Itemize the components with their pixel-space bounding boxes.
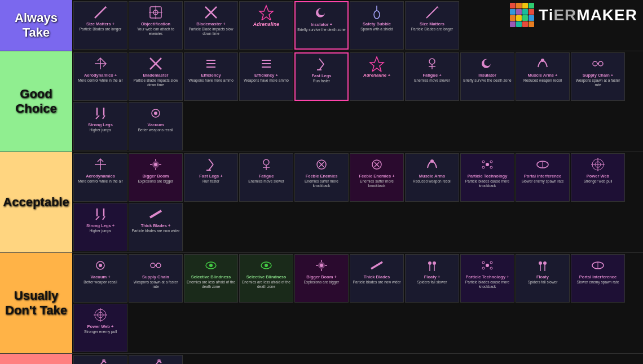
item-particle-technology[interactable]: Particle Technology Particle blades caus… (460, 153, 514, 202)
item-desc: Particle Blades are longer (80, 27, 121, 32)
svg-point-83 (209, 264, 213, 267)
item-strong-legs-plus[interactable]: Strong Legs + Higher jumps (73, 203, 127, 251)
item-particle-technology-plus[interactable]: Particle Technology + Particle blades ca… (460, 254, 514, 303)
item-name: Muscle Arms + (528, 73, 558, 78)
item-name: Thick Blades + (141, 224, 171, 228)
item-desc: Your web can attach to enemies (130, 27, 181, 36)
tier-label-usually-dont: Usually Don't Take (0, 253, 72, 353)
item-strong-legs[interactable]: Strong Legs Higher jumps (73, 102, 127, 150)
item-safety-bubble[interactable]: Safety Bubble Spawn with a shield (350, 1, 404, 50)
svg-point-39 (154, 112, 157, 115)
tier-items-acceptable: Aerodynamics More control while in the a… (72, 152, 643, 252)
item-fatigue-plus[interactable]: Fatigue + Enemies move slower (405, 52, 459, 101)
item-vacuum-plus[interactable]: Vacuum + Better weapon recall (73, 254, 127, 303)
item-size-matters[interactable]: Size Matters Particle Blades are longer (405, 1, 459, 50)
item-supply-chain[interactable]: Supply Chain Weapons spawn at a faster r… (129, 254, 183, 303)
item-fatigue[interactable]: Fatigue Enemies move slower (239, 153, 293, 202)
svg-point-78 (99, 264, 102, 267)
svg-line-49 (209, 165, 213, 170)
item-feeble-enemies[interactable]: Feeble Enemies Enemies suffer more knock… (294, 153, 349, 202)
svg-line-37 (103, 116, 105, 119)
triple-icon (202, 55, 220, 73)
svg-point-61 (486, 163, 489, 166)
item-thick-blades-plus[interactable]: Thick Blades + Particle blades are now w… (129, 203, 183, 251)
item-name: Muscle Arms (419, 174, 445, 179)
item-aerodynamics[interactable]: Aerodynamics More control while in the a… (73, 153, 127, 202)
item-bigger-boom-plus[interactable]: Bigger Boom + Explosions are bigger (294, 254, 349, 303)
item-name: Vacuum + (90, 275, 110, 279)
item-supply-chain-plus[interactable]: Supply Chain + Weapons spawn at a faster… (571, 52, 625, 101)
item-desc: Enemies are less afraid of the death zon… (241, 280, 292, 289)
item-fast-legs[interactable]: Fast Legs Run faster (294, 52, 349, 101)
item-portal-interference-2[interactable]: Portal Interference Slower enemy spawn r… (571, 254, 625, 303)
item-name: Selective Blindness (246, 275, 286, 279)
tier-row-good-choice: Good Choice Aerodynamics + More control … (0, 51, 643, 152)
item-desc: Particle blades are now wider (132, 229, 180, 233)
item-fast-legs-plus[interactable]: Fast Legs + Run faster (184, 153, 238, 202)
item-efficiency-plus[interactable]: Efficiency + Weapons have more ammo (239, 52, 293, 101)
item-feeble-enemies-plus[interactable]: Feeble Enemies + Enemies suffer more kno… (350, 153, 404, 202)
item-adrenaline[interactable]: Adrenaline (239, 1, 293, 50)
svg-point-30 (541, 59, 544, 62)
item-blademaster-plus[interactable]: Blademaster + Particle Blade impacts slo… (184, 1, 238, 50)
item-name: Particle Technology (468, 174, 508, 179)
particle2-icon (478, 256, 496, 274)
legs-icon (312, 55, 331, 73)
item-efficiency[interactable]: Efficiency Weapons have more ammo (184, 52, 238, 101)
item-floaty-plus[interactable]: Floaty + Spiders fall slower (405, 254, 459, 303)
item-name: Bigger Boom (142, 174, 169, 179)
item-power-web-plus[interactable]: Power Web + Stronger enemy pull (73, 304, 127, 352)
svg-point-79 (151, 263, 155, 268)
svg-point-62 (482, 161, 485, 163)
item-portal-interference[interactable]: Portal Interference Slower enemy spawn r… (516, 153, 570, 202)
svg-point-85 (265, 264, 268, 267)
item-insulator[interactable]: Insulator Briefly survive the death zone (460, 52, 514, 101)
item-desc: Run faster (202, 179, 219, 184)
svg-marker-8 (259, 6, 273, 20)
item-adrenaline-plus[interactable]: Adrenaline + (350, 52, 404, 101)
svg-point-100 (482, 267, 485, 269)
svg-line-48 (209, 159, 213, 165)
item-beaming-technology-plus[interactable]: Beaming Technology + Laser beams fire fo… (73, 355, 127, 364)
item-beaming-technology[interactable]: Beaming Technology Laser beams fire for … (129, 355, 183, 364)
item-desc: Stronger web pull (584, 179, 613, 184)
item-desc: Enemies move slower (414, 78, 450, 83)
item-desc: Particle blades are now wider (353, 280, 401, 285)
item-muscle-arms-plus[interactable]: Muscle Arms + Reduced weapon recoil (516, 52, 570, 101)
item-desc: Higher jumps (90, 229, 111, 233)
item-aerodynamics-plus[interactable]: Aerodynamics + More control while in the… (73, 52, 127, 101)
item-blademaster[interactable]: Blademaster Particle Blade impacts slow … (129, 52, 183, 101)
item-thick-blades[interactable]: Thick Blades Particle blades are now wid… (350, 254, 404, 303)
item-muscle-arms[interactable]: Muscle Arms Reduced weapon recoil (405, 153, 459, 202)
item-desc: Slower enemy spawn rate (522, 179, 564, 184)
item-vacuum[interactable]: Vacuum Better weapons recall (129, 102, 183, 150)
svg-point-65 (490, 166, 492, 168)
target-icon (147, 3, 165, 21)
item-selective-blindness[interactable]: Selective Blindness Enemies are less afr… (184, 254, 238, 303)
item-floaty[interactable]: Floaty Spiders fall slower (516, 254, 570, 303)
svg-point-32 (598, 61, 603, 66)
item-insulator-plus[interactable]: Insulator + Briefly survive the death zo… (294, 1, 349, 50)
item-bigger-boom[interactable]: Bigger Boom Explosions are bigger (129, 153, 183, 202)
item-name: Floaty (536, 275, 549, 279)
item-desc: Particle Blade impacts slow down time (130, 78, 181, 87)
web2-icon (91, 306, 109, 324)
item-selective-blindness-2[interactable]: Selective Blindness Enemies are less afr… (239, 254, 293, 303)
moon-icon (312, 4, 331, 22)
item-name: Vacuum (148, 123, 164, 127)
item-desc: Weapons spawn at a faster rate (572, 78, 623, 87)
web-icon (589, 156, 607, 174)
arrows2-icon (91, 156, 109, 174)
item-desc: Stronger enemy pull (84, 330, 117, 334)
portal2-icon (589, 256, 607, 274)
item-objectification[interactable]: Objectification Your web can attach to e… (129, 1, 183, 50)
item-desc: Better weapons recall (138, 128, 174, 132)
item-size-matters-plus[interactable]: Size Matters + Particle Blades are longe… (73, 1, 127, 50)
item-desc: Higher jumps (90, 128, 111, 132)
item-desc: Briefly survive the death zone (297, 28, 345, 32)
item-name: Portal Interference (579, 275, 616, 279)
item-name: Objectification (141, 22, 170, 26)
svg-line-92 (371, 262, 382, 269)
legs4-icon (91, 205, 109, 223)
item-power-web[interactable]: Power Web Stronger web pull (571, 153, 625, 202)
